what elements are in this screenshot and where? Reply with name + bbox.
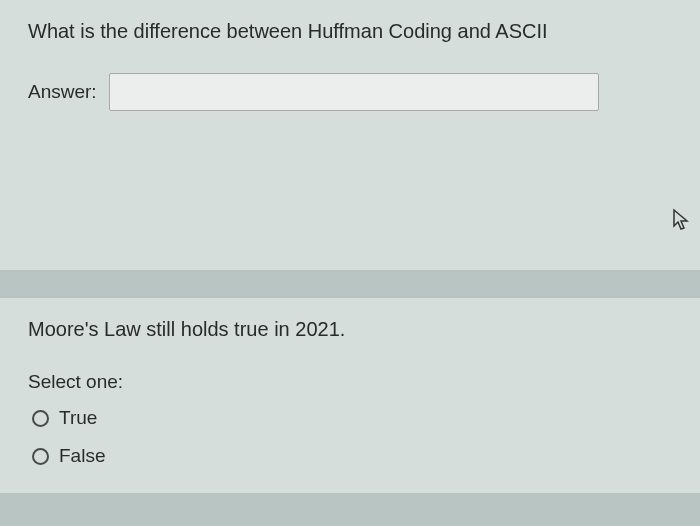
radio-option-false[interactable]: False (28, 445, 672, 467)
question-1-block: What is the difference between Huffman C… (0, 0, 700, 270)
question-2-block: Moore's Law still holds true in 2021. Se… (0, 298, 700, 493)
radio-label-true: True (59, 407, 97, 429)
radio-circle-icon (32, 448, 49, 465)
question-1-prompt: What is the difference between Huffman C… (28, 20, 672, 43)
radio-label-false: False (59, 445, 105, 467)
select-one-label: Select one: (28, 371, 672, 393)
radio-circle-icon (32, 410, 49, 427)
answer-label: Answer: (28, 81, 97, 103)
answer-row: Answer: (28, 73, 672, 111)
radio-option-true[interactable]: True (28, 407, 672, 429)
answer-input[interactable] (109, 73, 599, 111)
question-2-prompt: Moore's Law still holds true in 2021. (28, 318, 672, 341)
